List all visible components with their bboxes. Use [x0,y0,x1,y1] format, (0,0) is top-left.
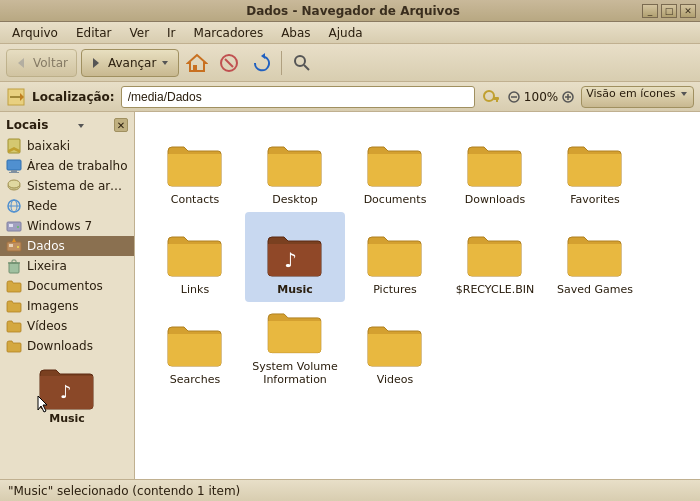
stop-button[interactable] [215,49,243,77]
back-icon [15,56,29,70]
file-label-desktop: Desktop [272,193,317,206]
menu-bar: Arquivo Editar Ver Ir Marcadores Abas Aj… [0,22,700,44]
file-item-desktop[interactable]: Desktop [245,122,345,212]
minimize-button[interactable]: _ [642,4,658,18]
svg-rect-37 [9,244,13,247]
folder-desktop-icon [266,141,324,189]
menu-arquivo[interactable]: Arquivo [4,24,66,42]
svg-text:♪: ♪ [284,248,297,272]
sidebar-item-windows7[interactable]: Windows 7 [0,216,134,236]
zoom-section: 100% [507,90,575,104]
file-item-searches[interactable]: Searches [145,302,245,392]
sidebar-item-dados[interactable]: Dados [0,236,134,256]
menu-ver[interactable]: Ver [121,24,157,42]
file-item-favorites[interactable]: Favorites [545,122,645,212]
svg-point-8 [295,56,305,66]
network-icon [6,198,22,214]
sidebar-item-imagens[interactable]: Imagens [0,296,134,316]
reload-button[interactable] [247,49,275,77]
view-mode-button[interactable]: Visão em ícones [581,86,694,108]
file-item-contacts[interactable]: Contacts [145,122,245,212]
file-item-pictures[interactable]: Pictures [345,212,445,302]
forward-button[interactable]: Avançar [81,49,179,77]
sidebar-label-imagens: Imagens [27,299,78,313]
home-button[interactable] [183,49,211,77]
file-item-downloads[interactable]: Downloads [445,122,545,212]
menu-editar[interactable]: Editar [68,24,120,42]
folder-savedgames-icon [566,231,624,279]
sidebar-label-trash: Lixeira [27,259,67,273]
file-label-searches: Searches [170,373,220,386]
images-folder-icon [6,298,22,314]
svg-point-13 [484,91,494,101]
file-item-videos[interactable]: Videos [345,302,445,392]
location-label: Localização: [32,90,115,104]
trash-icon [6,258,22,274]
bookmark-icon [6,138,22,154]
file-item-sysvolinfo[interactable]: System Volume Information [245,302,345,392]
filesystem-icon [6,178,22,194]
svg-rect-25 [7,160,21,170]
main-area: Locais ✕ baixaki Área de trabalho [0,112,700,479]
menu-marcadores[interactable]: Marcadores [186,24,272,42]
file-label-music: Music [277,283,313,296]
sidebar-item-trash[interactable]: Lixeira [0,256,134,276]
file-item-recycle[interactable]: $RECYCLE.BIN [445,212,545,302]
menu-ajuda[interactable]: Ajuda [321,24,371,42]
sidebar: Locais ✕ baixaki Área de trabalho [0,112,135,479]
svg-rect-4 [193,65,197,71]
sidebar-item-downloads[interactable]: Downloads [0,336,134,356]
status-text: "Music" selecionado (contendo 1 item) [8,484,240,498]
svg-marker-7 [261,53,265,59]
sidebar-item-videos[interactable]: Vídeos [0,316,134,336]
svg-rect-15 [496,100,498,102]
sidebar-item-desktop[interactable]: Área de trabalho [0,156,134,176]
svg-rect-26 [11,170,17,172]
file-label-recycle: $RECYCLE.BIN [456,283,534,296]
file-label-sysvolinfo: System Volume Information [251,360,339,386]
sidebar-item-filesystem[interactable]: Sistema de arqu... [0,176,134,196]
menu-ir[interactable]: Ir [159,24,183,42]
svg-rect-27 [9,172,19,173]
sidebar-close-button[interactable]: ✕ [114,118,128,132]
sidebar-item-documentos[interactable]: Documentos [0,276,134,296]
location-input[interactable] [121,86,475,108]
svg-marker-0 [18,58,24,68]
svg-rect-14 [493,97,499,100]
back-button[interactable]: Voltar [6,49,77,77]
folder-contacts-icon [166,141,224,189]
search-button[interactable] [288,49,316,77]
file-label-documents: Documents [364,193,427,206]
zoom-out-icon[interactable] [507,90,521,104]
sidebar-label-videos: Vídeos [27,319,67,333]
window-controls: _ □ ✕ [642,4,696,18]
reload-icon [251,53,271,73]
sidebar-item-network[interactable]: Rede [0,196,134,216]
file-item-music[interactable]: ♪ Music [245,212,345,302]
svg-line-6 [225,59,233,67]
file-label-links: Links [181,283,209,296]
file-area: Contacts Desktop Documents [135,112,700,479]
svg-marker-39 [12,238,16,242]
docs-folder-icon [6,278,22,294]
drive-windows-icon [6,218,22,234]
svg-rect-42 [12,260,16,263]
sidebar-item-baixaki[interactable]: baixaki [0,136,134,156]
file-item-documents[interactable]: Documents [345,122,445,212]
svg-rect-40 [9,263,19,273]
svg-marker-21 [681,92,687,96]
file-item-savedgames[interactable]: Saved Games [545,212,645,302]
downloads-folder-icon [6,338,22,354]
back-label: Voltar [33,56,68,70]
folder-sysvolinfo-icon [266,308,324,356]
file-item-links[interactable]: Links [145,212,245,302]
maximize-button[interactable]: □ [661,4,677,18]
drive-dados-icon [6,238,22,254]
folder-pictures-icon [366,231,424,279]
window-title: Dados - Navegador de Arquivos [64,4,642,18]
menu-abas[interactable]: Abas [273,24,318,42]
edit-location-icon [6,87,26,107]
zoom-in-icon[interactable] [561,90,575,104]
svg-marker-22 [78,124,84,128]
close-button[interactable]: ✕ [680,4,696,18]
